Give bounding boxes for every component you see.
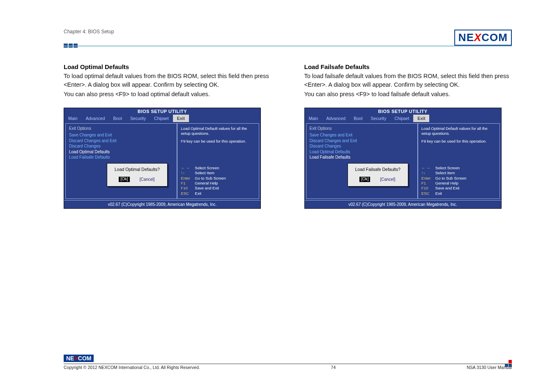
bios-tab-main: Main — [64, 115, 82, 122]
dialog-question: Load Failsafe Defaults? — [355, 167, 400, 172]
bios-help-2: F9 key can be used for this operation. — [421, 139, 496, 144]
left-p1: To load optimal default values from the … — [64, 72, 272, 89]
bios-tab-boot: Boot — [350, 115, 367, 122]
footer-page-number: 74 — [331, 365, 336, 370]
header-rule — [64, 46, 512, 46]
bios-tabs: Main Advanced Boot Security Chipset Exit — [64, 115, 260, 122]
bios-tab-security: Security — [367, 115, 391, 122]
dialog-cancel-button[interactable]: [Cancel] — [379, 177, 396, 182]
brand-logo-top: NEXCOM — [454, 30, 512, 46]
bios-help-1: Load Optimal Default values for all the … — [181, 126, 255, 136]
bios-dialog-optimal: Load Optimal Defaults? [Ok] [Cancel] — [107, 163, 168, 187]
bios-item: Discard Changes and Exit — [69, 138, 173, 144]
bios-item: Discard Changes — [310, 143, 414, 149]
right-title: Load Failsafe Defaults — [304, 63, 512, 70]
bios-item: Load Optimal Defaults — [310, 149, 414, 155]
left-column: Load Optimal Defaults To load optimal de… — [64, 63, 272, 209]
left-title: Load Optimal Defaults — [64, 63, 272, 70]
bios-tab-chipset: Chipset — [391, 115, 414, 122]
bios-screenshot-optimal: BIOS SETUP UTILITY Main Advanced Boot Se… — [64, 108, 261, 209]
bios-tabs: Main Advanced Boot Security Chipset Exit — [305, 115, 501, 122]
right-p1: To load failsafe default values from the… — [304, 72, 512, 89]
dialog-question: Load Optimal Defaults? — [115, 167, 160, 172]
bios-footer: v02.67 (C)Copyright 1985-2009, American … — [64, 200, 260, 208]
right-body: To load failsafe default values from the… — [304, 72, 512, 99]
page-footer: NEXCOM Copyright © 2012 NEXCOM Internati… — [64, 355, 512, 370]
bios-screenshot-failsafe: BIOS SETUP UTILITY Main Advanced Boot Se… — [304, 108, 502, 209]
footer-copyright: Copyright © 2012 NEXCOM International Co… — [64, 365, 200, 370]
right-p2: You can also press <F9> to load failsafe… — [304, 90, 512, 99]
footer-doc-title: NSA 3130 User Manual — [467, 365, 512, 370]
dialog-ok-button[interactable]: [Ok] — [119, 177, 129, 182]
right-column: Load Failsafe Defaults To load failsafe … — [304, 63, 512, 209]
brand-logo-footer: NEXCOM — [64, 355, 94, 362]
bios-title: BIOS SETUP UTILITY — [305, 108, 501, 115]
bios-tab-exit: Exit — [173, 115, 189, 122]
bios-item: Save Changes and Exit — [69, 132, 173, 138]
bios-footer: v02.67 (C)Copyright 1985-2009, American … — [305, 200, 501, 208]
left-body: To load optimal default values from the … — [64, 72, 272, 99]
bios-key-legend: ← →Select Screen ↑↓Select Item EnterGo t… — [421, 166, 496, 196]
dialog-cancel-button[interactable]: [Cancel] — [139, 177, 156, 182]
chapter-label: Chapter 4: BIOS Setup — [64, 29, 512, 35]
bios-item: Load Failsafe Defaults — [69, 154, 173, 160]
bios-tab-main: Main — [305, 115, 322, 122]
dialog-ok-button[interactable]: [Ok] — [359, 177, 370, 182]
bios-item: Save Changes and Exit — [310, 132, 414, 138]
bios-group-title: Exit Options — [310, 126, 414, 131]
bios-tab-chipset: Chipset — [150, 115, 173, 122]
bios-left-pane: Exit Options Save Changes and Exit Disca… — [306, 123, 418, 199]
bios-help-1: Load Optimal Default values for all the … — [421, 126, 496, 136]
bios-tab-advanced: Advanced — [322, 115, 350, 122]
left-p2: You can also press <F9> to load optimal … — [64, 90, 272, 99]
bios-item: Discard Changes and Exit — [310, 138, 414, 144]
bios-dialog-failsafe: Load Failsafe Defaults? [Ok] [Cancel] — [348, 163, 408, 187]
bios-right-pane: Load Optimal Default values for all the … — [418, 123, 500, 199]
bios-right-pane: Load Optimal Default values for all the … — [177, 123, 259, 199]
bios-help-2: F9 key can be used for this operation. — [181, 139, 255, 144]
bios-item-selected: Load Optimal Defaults — [69, 149, 173, 155]
bios-key-legend: ← →Select Screen ↑↓Select Item EnterGo t… — [181, 166, 255, 196]
bios-item: Discard Changes — [69, 143, 173, 149]
bios-title: BIOS SETUP UTILITY — [64, 108, 260, 115]
bios-tab-exit: Exit — [413, 115, 429, 122]
bios-tab-security: Security — [126, 115, 150, 122]
bios-tab-boot: Boot — [109, 115, 126, 122]
bios-group-title: Exit Options — [69, 126, 173, 131]
bios-item-selected: Load Failsafe Defaults — [310, 154, 414, 160]
bios-left-pane: Exit Options Save Changes and Exit Disca… — [65, 123, 177, 199]
bios-tab-advanced: Advanced — [82, 115, 109, 122]
